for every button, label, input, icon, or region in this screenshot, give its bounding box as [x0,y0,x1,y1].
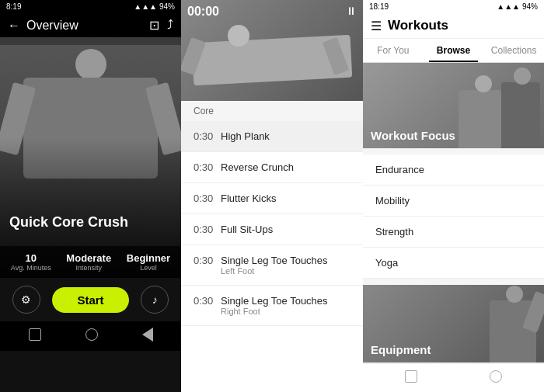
focus-figure-1 [459,90,501,148]
workouts-top-bar: ☰ Workouts [363,13,544,39]
workout-name-5: Single Leg Toe Touches [221,295,328,307]
workout-time-1: 0:30 [194,161,221,173]
workout-focus-card[interactable]: Workout Focus [363,63,544,148]
workouts-tabs: For You Browse Collections [363,39,544,63]
nav-bar-overview [0,321,181,351]
tab-browse[interactable]: Browse [424,39,484,62]
section-label: Core [181,101,363,121]
stat-minutes-value: 10 [11,252,51,264]
equip-head [506,286,523,303]
focus-head-1 [475,75,492,92]
hero-actions: ⚙ Start ♪ [0,278,181,321]
overview-top-bar: ← Overview ⊡ ⤴ [0,13,181,37]
workout-time-0: 0:30 [194,130,221,142]
share-icon[interactable]: ⤴ [167,18,173,33]
tab-for-you[interactable]: For You [363,39,424,62]
battery-text: 94% [159,2,175,11]
category-list: Endurance Mobility Strength Yoga [363,154,544,279]
category-yoga[interactable]: Yoga [363,248,544,279]
workout-name-2: Flutter Kicks [221,193,277,204]
plank-head [228,25,249,47]
panel-workouts: 18:19 ▲▲▲ 94% ☰ Workouts For You Browse … [363,0,544,392]
workout-name-1: Reverse Crunch [221,161,294,173]
athlete-head [75,49,106,80]
back-icon[interactable]: ← [8,19,20,33]
workouts-content: Workout Focus Endurance Mobility Strengt… [363,63,544,363]
workout-time-3: 0:30 [194,224,221,235]
workout-item-2[interactable]: 0:30 Flutter Kicks [181,183,363,214]
workout-time-5: 0:30 [194,295,221,307]
workout-title: Quick Core Crush [9,214,172,231]
nav-bar-workouts [363,363,544,392]
status-time: 8:19 [6,2,21,11]
stat-level-value: Beginner [127,252,170,264]
status-bar-workouts: 18:19 ▲▲▲ 94% [363,0,544,13]
hero-content: NIKE Quick Core Crush [9,214,172,231]
workout-item-0[interactable]: 0:30 High Plank [181,121,363,152]
stat-minutes: 10 Avg. Minutes [11,252,51,272]
workouts-nav-square[interactable] [405,370,417,386]
category-mobility[interactable]: Mobility [363,186,544,217]
settings-icon: ⚙ [21,293,31,306]
workouts-title: Workouts [388,18,448,33]
equipment-label: Equipment [371,343,431,356]
nav-square-icon[interactable] [29,328,41,344]
music-icon: ♪ [152,293,158,306]
workout-item-4[interactable]: 0:30 Single Leg Toe Touches Left Foot [181,245,363,286]
stat-intensity-value: Moderate [66,252,111,264]
music-button[interactable]: ♪ [141,286,169,314]
category-endurance[interactable]: Endurance [363,154,544,186]
stat-intensity: Moderate Intensity [66,252,111,272]
workout-item-5[interactable]: 0:30 Single Leg Toe Touches Right Foot [181,286,363,326]
hero-stats: 10 Avg. Minutes Moderate Intensity Begin… [0,246,181,278]
stat-level: Beginner Level [127,252,170,272]
workout-item-3[interactable]: 0:30 Full Sit-Ups [181,214,363,245]
category-strength[interactable]: Strength [363,217,544,248]
workouts-nav-circle[interactable] [490,370,502,386]
workouts-battery: 94% [522,2,538,11]
workout-time-4: 0:30 [194,255,221,266]
tab-collections[interactable]: Collections [483,39,544,62]
menu-icon[interactable]: ☰ [371,19,382,33]
stat-level-label: Level [127,264,170,272]
workout-video: 00:00 ⏸ [181,0,363,101]
panel-workout: 00:00 ⏸ Core 0:30 High Plank 0:30 Revers… [181,0,363,392]
video-timer: 00:00 [187,5,219,19]
workout-list: 0:30 High Plank 0:30 Reverse Crunch 0:30… [181,121,363,392]
workout-sub-4: Left Foot [221,266,328,276]
workout-name-4: Single Leg Toe Touches [221,255,328,266]
stat-intensity-label: Intensity [66,264,111,272]
start-button[interactable]: Start [52,287,128,313]
panel-overview: 8:19 ▲▲▲ 94% ← Overview ⊡ ⤴ NIKE Quick C… [0,0,181,392]
workout-time-2: 0:30 [194,193,221,204]
focus-label: Workout Focus [371,129,455,142]
workout-sub-5: Right Foot [221,307,328,316]
focus-head-2 [514,68,531,85]
hero-image: NIKE Quick Core Crush 10 Avg. Minutes Mo… [0,37,181,278]
video-pause-icon[interactable]: ⏸ [346,5,357,17]
stat-minutes-label: Avg. Minutes [11,264,51,272]
workout-item-1[interactable]: 0:30 Reverse Crunch [181,152,363,183]
workout-name-0: High Plank [221,130,270,142]
top-bar-icons: ⊡ ⤴ [149,18,173,33]
settings-button[interactable]: ⚙ [12,286,40,314]
workouts-status-icons: ▲▲▲ 94% [497,2,538,11]
status-icons: ▲▲▲ 94% [134,2,175,11]
nav-circle-icon[interactable] [85,328,98,344]
equipment-card[interactable]: Equipment [363,285,544,363]
workouts-status-time: 18:19 [369,2,389,11]
focus-figure-2 [501,82,540,148]
status-bar-overview: 8:19 ▲▲▲ 94% [0,0,181,13]
bookmark-icon[interactable]: ⊡ [149,18,159,33]
overview-title: Overview [26,19,149,33]
nav-back-icon[interactable] [142,328,153,345]
workout-name-3: Full Sit-Ups [221,224,273,235]
